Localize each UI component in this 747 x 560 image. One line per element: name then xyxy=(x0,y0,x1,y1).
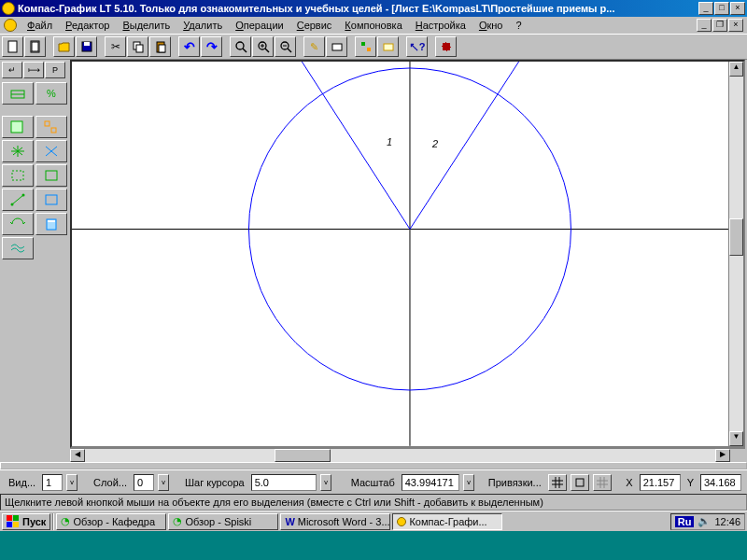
scroll-up-button[interactable]: ▲ xyxy=(729,62,743,77)
task-msword[interactable]: WMicrosoft Word - 3... xyxy=(280,513,390,530)
tool-row1-a[interactable] xyxy=(2,82,34,105)
step-field[interactable]: 5.0 xyxy=(251,474,317,491)
scale-dropdown[interactable]: ⅴ xyxy=(463,474,474,491)
close-button[interactable]: × xyxy=(730,2,745,15)
tool-grid-a[interactable] xyxy=(2,140,34,162)
clock[interactable]: 12:46 xyxy=(714,516,740,527)
view-field[interactable]: 1 xyxy=(42,474,63,491)
y-field[interactable]: 34.168 xyxy=(700,474,741,491)
layer-field[interactable]: 0 xyxy=(134,474,154,491)
undo-button[interactable]: ↶ xyxy=(178,36,200,57)
start-icon xyxy=(7,515,20,528)
scroll-thumb-v[interactable] xyxy=(729,218,743,256)
menu-delete[interactable]: Удалить xyxy=(177,19,228,32)
svg-line-38 xyxy=(302,62,410,229)
menu-window[interactable]: Окно xyxy=(473,19,509,32)
svg-rect-25 xyxy=(11,121,22,133)
view-button[interactable]: Вид... xyxy=(6,476,38,489)
doc-minimize-button[interactable]: _ xyxy=(697,19,712,32)
scroll-thumb-h[interactable] xyxy=(275,449,331,462)
svg-rect-42 xyxy=(576,479,584,486)
redo-button[interactable]: ↷ xyxy=(201,36,222,57)
tool-rect-a[interactable] xyxy=(2,164,34,187)
save-button[interactable] xyxy=(76,36,97,57)
tool-geom-b[interactable] xyxy=(35,116,67,138)
drawing-canvas[interactable]: 1 2 xyxy=(72,62,728,446)
stop-button[interactable] xyxy=(435,36,457,57)
tool-line-a[interactable] xyxy=(2,189,34,211)
svg-line-16 xyxy=(288,49,291,52)
x-field[interactable]: 21.157 xyxy=(640,474,681,491)
scale-field[interactable]: 43.994171 xyxy=(402,474,459,491)
scale-label: Масштаб xyxy=(348,476,398,489)
task-obzor-kafedra[interactable]: ◔Обзор - Кафедра xyxy=(56,513,166,530)
maximize-button[interactable]: □ xyxy=(714,2,729,15)
system-tray: Ru 🔈 12:46 xyxy=(670,513,745,530)
status-text: Щелкните левой кнопкой мыши на объекте д… xyxy=(5,497,543,508)
tool-wave-a[interactable] xyxy=(2,237,34,259)
panel-tab-1[interactable]: ↵ xyxy=(2,62,22,78)
svg-rect-21 xyxy=(384,44,393,50)
scroll-right-button[interactable]: ▶ xyxy=(715,449,730,462)
scroll-down-button[interactable]: ▼ xyxy=(729,431,743,446)
menu-operations[interactable]: Операции xyxy=(230,19,289,32)
svg-text:2: 2 xyxy=(431,138,438,149)
layer-button[interactable]: Слой... xyxy=(91,476,130,489)
snap-toggle-button[interactable] xyxy=(593,474,612,491)
open-button[interactable] xyxy=(53,36,75,57)
menu-layout[interactable]: Компоновка xyxy=(339,19,407,32)
lang-indicator[interactable]: Ru xyxy=(675,516,695,527)
tool-line-b[interactable] xyxy=(35,189,67,211)
tool-geom-a[interactable] xyxy=(2,116,34,138)
zoom-in-button[interactable] xyxy=(252,36,274,57)
tool-arc-a[interactable] xyxy=(2,213,34,235)
doc-close-button[interactable]: × xyxy=(728,19,743,32)
snap-button[interactable]: Привязки... xyxy=(486,476,544,489)
grid-toggle-button[interactable] xyxy=(548,474,567,491)
tool-m2-button[interactable] xyxy=(377,36,399,57)
layer-dropdown[interactable]: ⅴ xyxy=(158,474,169,491)
doc-icon xyxy=(4,19,17,32)
zoom-button[interactable] xyxy=(230,36,251,57)
window-buttons: _ □ × xyxy=(698,2,745,15)
view-fit-button[interactable] xyxy=(326,36,347,57)
ortho-toggle-button[interactable] xyxy=(571,474,589,491)
view-dropdown[interactable]: ⅴ xyxy=(66,474,78,491)
menu-editor[interactable]: Редактор xyxy=(60,19,115,32)
new-sheet-button[interactable] xyxy=(24,36,46,57)
pencil-button[interactable]: ✎ xyxy=(303,36,325,57)
svg-rect-34 xyxy=(48,220,55,222)
tool-row1-b[interactable]: % xyxy=(35,82,67,105)
menu-select[interactable]: Выделить xyxy=(117,19,176,32)
tool-arc-b[interactable] xyxy=(35,213,67,235)
tool-grid-b[interactable] xyxy=(35,140,67,162)
zoom-out-button[interactable] xyxy=(275,36,296,57)
tool-m1-button[interactable] xyxy=(355,36,376,57)
vertical-scrollbar[interactable]: ▲ ▼ xyxy=(728,62,743,446)
copy-button[interactable] xyxy=(127,36,148,57)
speaker-icon[interactable]: 🔈 xyxy=(698,515,711,527)
panel-tab-3[interactable]: P xyxy=(45,62,65,78)
task-obzor-spiski[interactable]: ◔Обзор - Spiski xyxy=(168,513,278,530)
cut-button[interactable]: ✂ xyxy=(105,36,126,57)
svg-rect-45 xyxy=(7,522,12,527)
menu-file[interactable]: Файл xyxy=(21,19,58,32)
svg-point-30 xyxy=(11,203,14,206)
tool-rect-b[interactable] xyxy=(35,164,67,187)
svg-rect-0 xyxy=(8,41,17,52)
panel-tab-2[interactable]: ⟼ xyxy=(23,62,44,78)
doc-restore-button[interactable]: ❐ xyxy=(712,19,727,32)
minimize-button[interactable]: _ xyxy=(698,2,713,15)
step-dropdown[interactable]: ⅴ xyxy=(320,474,331,491)
menu-settings[interactable]: Настройка xyxy=(410,19,472,32)
horizontal-scrollbar[interactable]: ◀ ▶ xyxy=(70,448,745,462)
task-kompas[interactable]: Компас-Графи... xyxy=(392,513,502,530)
svg-text:1: 1 xyxy=(387,136,392,147)
menu-service[interactable]: Сервис xyxy=(291,19,338,32)
menu-help[interactable]: ? xyxy=(511,19,528,32)
help-pointer-button[interactable]: ⭦? xyxy=(406,36,428,57)
start-button[interactable]: Пуск xyxy=(2,513,50,530)
new-button[interactable] xyxy=(2,36,23,57)
scroll-left-button[interactable]: ◀ xyxy=(70,449,85,462)
paste-button[interactable] xyxy=(149,36,171,57)
